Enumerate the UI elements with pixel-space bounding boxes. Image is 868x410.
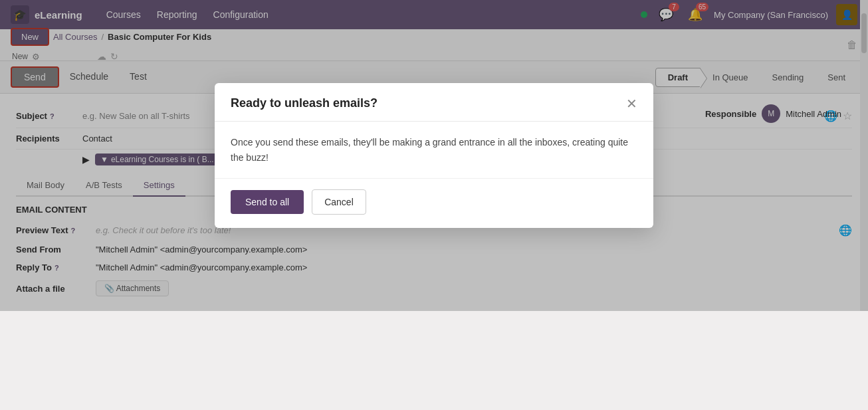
- modal-footer: Send to all Cancel: [215, 178, 653, 228]
- modal-title: Ready to unleash emails?: [231, 96, 378, 110]
- modal-body-text: Once you send these emails, they'll be m…: [231, 135, 637, 165]
- modal-close-button[interactable]: ✕: [626, 97, 637, 110]
- modal-body: Once you send these emails, they'll be m…: [215, 122, 653, 178]
- cancel-button[interactable]: Cancel: [312, 189, 366, 215]
- send-to-all-button[interactable]: Send to all: [231, 190, 304, 214]
- modal-header: Ready to unleash emails? ✕: [215, 83, 653, 122]
- modal-dialog: Ready to unleash emails? ✕ Once you send…: [215, 83, 653, 228]
- modal-overlay: Ready to unleash emails? ✕ Once you send…: [0, 0, 868, 311]
